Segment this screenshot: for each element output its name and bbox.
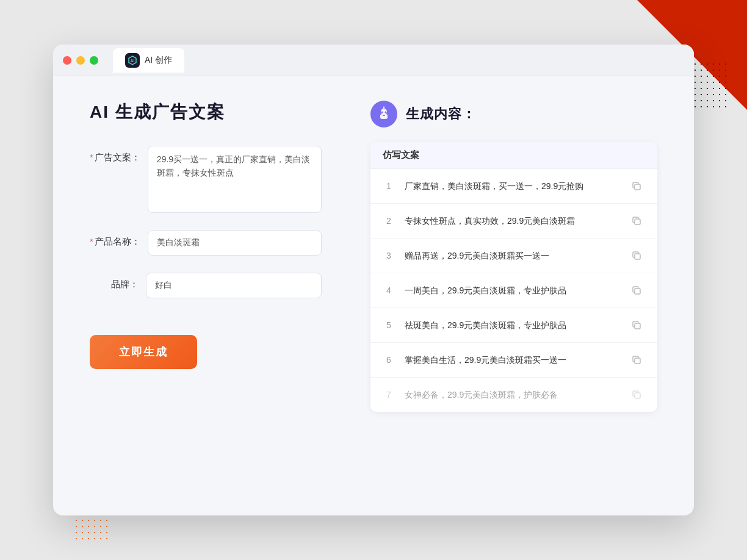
ad-copy-required: * (90, 152, 93, 162)
brand-label: 品牌： (90, 273, 139, 290)
copy-button[interactable] (628, 247, 645, 264)
row-number: 6 (383, 355, 395, 365)
table-row: 4一周美白，29.9元美白淡斑霜，专业护肤品 (370, 273, 657, 308)
copy-button[interactable] (628, 282, 645, 299)
row-text: 厂家直销，美白淡斑霜，买一送一，29.9元抢购 (405, 180, 618, 193)
close-button[interactable] (63, 56, 71, 65)
svg-rect-12 (635, 289, 640, 294)
row-text: 掌握美白生活，29.9元美白淡斑霜买一送一 (405, 354, 618, 367)
svg-rect-10 (635, 219, 640, 224)
bot-icon (370, 101, 397, 127)
copy-button[interactable] (628, 386, 645, 403)
product-name-label: *产品名称： (90, 230, 140, 248)
right-header: 生成内容： (370, 101, 657, 127)
ad-copy-input[interactable] (148, 146, 322, 213)
ai-tab[interactable]: AI AI 创作 (113, 48, 184, 73)
product-name-row: *产品名称： (90, 230, 322, 256)
title-bar: AI AI 创作 (53, 45, 694, 76)
svg-rect-14 (635, 358, 640, 364)
row-number: 5 (383, 320, 395, 330)
table-row: 5祛斑美白，29.9元美白淡斑霜，专业护肤品 (370, 308, 657, 343)
svg-point-5 (385, 112, 387, 113)
svg-rect-9 (635, 184, 640, 190)
svg-point-4 (381, 112, 383, 113)
submit-button[interactable]: 立即生成 (90, 335, 197, 369)
row-text: 女神必备，29.9元美白淡斑霜，护肤必备 (405, 389, 618, 401)
row-number: 3 (383, 251, 395, 260)
ai-tab-icon: AI (125, 53, 140, 68)
row-number: 7 (383, 390, 395, 400)
row-text: 一周美白，29.9元美白淡斑霜，专业护肤品 (405, 284, 618, 297)
product-required: * (90, 236, 93, 246)
svg-rect-15 (635, 393, 640, 398)
svg-rect-3 (380, 114, 388, 119)
brand-input[interactable] (146, 273, 322, 298)
row-text: 祛斑美白，29.9元美白淡斑霜，专业护肤品 (405, 319, 618, 332)
left-panel: AI 生成广告文案 *广告文案： *产品名称： 品牌： 立 (90, 101, 322, 491)
table-row: 7女神必备，29.9元美白淡斑霜，护肤必备 (370, 378, 657, 412)
ad-copy-label: *广告文案： (90, 146, 140, 163)
copy-button[interactable] (628, 351, 645, 368)
brand-row: 品牌： (90, 273, 322, 298)
table-row: 1厂家直销，美白淡斑霜，买一送一，29.9元抢购 (370, 169, 657, 204)
table-row: 3赠品再送，29.9元美白淡斑霜买一送一 (370, 239, 657, 273)
svg-rect-13 (635, 323, 640, 329)
page-title: AI 生成广告文案 (90, 101, 322, 124)
copy-button[interactable] (628, 178, 645, 195)
row-text: 专抹女性斑点，真实功效，29.9元美白淡斑霜 (405, 215, 618, 228)
copy-button[interactable] (628, 317, 645, 334)
svg-rect-6 (383, 115, 385, 117)
svg-rect-11 (635, 254, 640, 259)
row-text: 赠品再送，29.9元美白淡斑霜买一送一 (405, 249, 618, 262)
results-list: 1厂家直销，美白淡斑霜，买一送一，29.9元抢购 2专抹女性斑点，真实功效，29… (370, 169, 657, 412)
browser-window: AI AI 创作 AI 生成广告文案 *广告文案： *产品名称： (53, 45, 694, 515)
table-header: 仿写文案 (370, 142, 657, 169)
maximize-button[interactable] (90, 56, 98, 65)
right-panel-title: 生成内容： (406, 105, 476, 123)
row-number: 2 (383, 216, 395, 226)
svg-point-8 (383, 107, 384, 108)
minimize-button[interactable] (76, 56, 85, 65)
right-panel: 生成内容： 仿写文案 1厂家直销，美白淡斑霜，买一送一，29.9元抢购 2专抹女… (370, 101, 657, 491)
svg-text:AI: AI (131, 59, 135, 63)
main-content: AI 生成广告文案 *广告文案： *产品名称： 品牌： 立 (53, 76, 694, 515)
copy-button[interactable] (628, 212, 645, 229)
row-number: 4 (383, 285, 395, 295)
ai-tab-label: AI 创作 (145, 55, 172, 66)
table-row: 6掌握美白生活，29.9元美白淡斑霜买一送一 (370, 343, 657, 378)
table-row: 2专抹女性斑点，真实功效，29.9元美白淡斑霜 (370, 204, 657, 239)
results-table: 仿写文案 1厂家直销，美白淡斑霜，买一送一，29.9元抢购 2专抹女性斑点，真实… (370, 142, 657, 412)
product-name-input[interactable] (148, 230, 322, 256)
row-number: 1 (383, 181, 395, 191)
window-controls (63, 56, 98, 65)
ad-copy-row: *广告文案： (90, 146, 322, 213)
